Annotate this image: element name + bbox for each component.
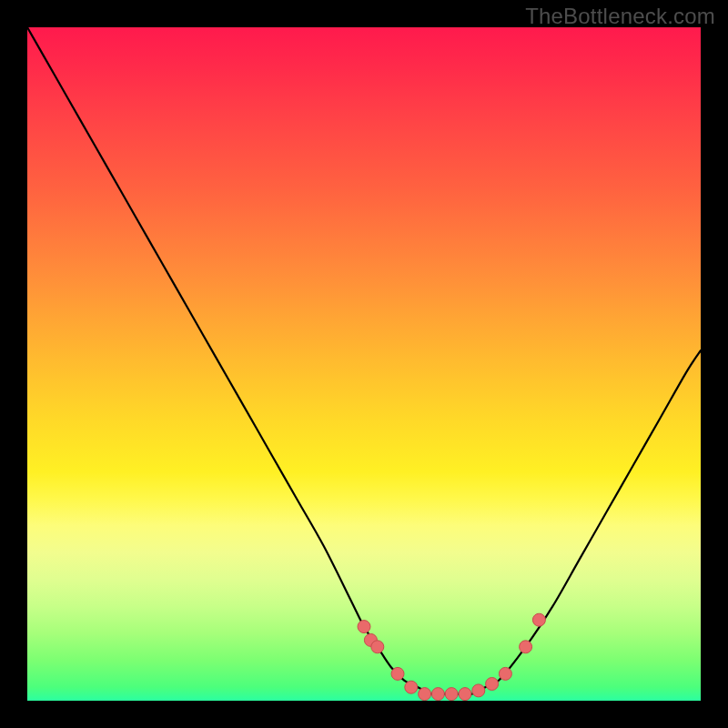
dots-group — [358, 613, 545, 700]
plot-area — [27, 27, 701, 701]
good-fit-dots — [27, 27, 701, 701]
good-fit-dot — [472, 684, 485, 697]
good-fit-dot — [532, 613, 545, 626]
chart-stage: TheBottleneck.com — [0, 0, 728, 728]
good-fit-dot — [358, 621, 370, 633]
good-fit-dot — [445, 688, 458, 701]
good-fit-dot — [431, 688, 444, 701]
good-fit-dot — [459, 688, 471, 701]
good-fit-dot — [405, 681, 418, 693]
good-fit-dot — [391, 667, 404, 680]
good-fit-dot — [486, 678, 499, 691]
good-fit-dot — [371, 641, 384, 653]
good-fit-dot — [520, 641, 532, 653]
good-fit-dot — [499, 667, 511, 680]
attribution-text: TheBottleneck.com — [525, 4, 715, 29]
good-fit-dot — [419, 688, 431, 701]
